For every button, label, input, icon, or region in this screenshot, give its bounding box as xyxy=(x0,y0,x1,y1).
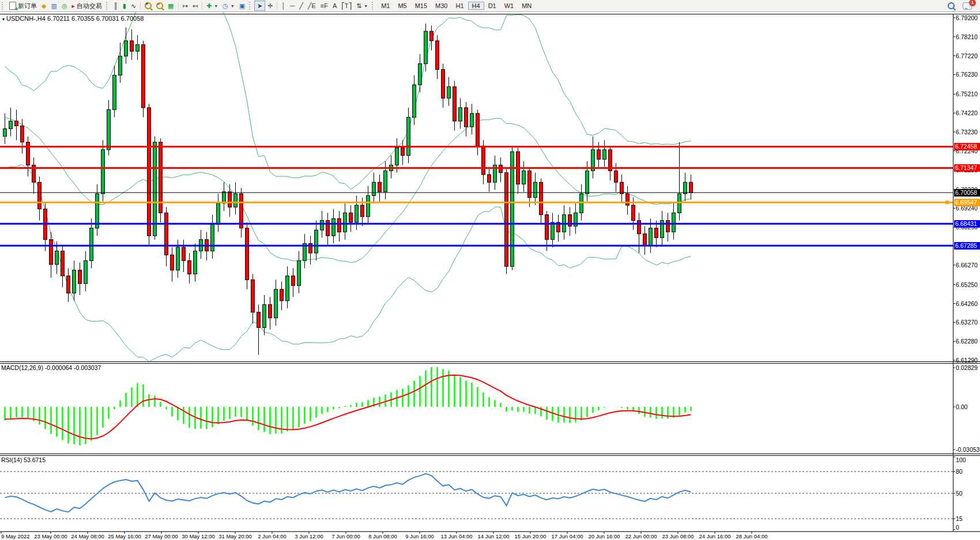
chart-plot-area[interactable] xyxy=(0,0,980,540)
price-axis-label: 6.65250 xyxy=(956,281,978,288)
candle-up xyxy=(217,203,220,224)
toolbar-grip[interactable] xyxy=(372,2,375,10)
chart-shift-button[interactable]: ↤ xyxy=(190,1,200,11)
rsi-scale-label: 80 xyxy=(956,468,963,475)
channel-button[interactable]: ╱E xyxy=(306,1,318,11)
timeframe-button-m5[interactable]: M5 xyxy=(394,2,410,10)
timeframe-button-d1[interactable]: D1 xyxy=(484,2,500,10)
candle-up xyxy=(263,305,266,328)
chart-menu-icon[interactable]: ▾ xyxy=(2,17,5,22)
candle-up xyxy=(211,224,214,251)
indicators-button[interactable]: ✚▼ xyxy=(204,1,220,11)
toolbar-grip[interactable] xyxy=(106,2,110,10)
candle-down xyxy=(540,182,543,214)
hline-button[interactable]: ─ xyxy=(288,1,297,11)
horizontal-line-icon: ─ xyxy=(290,3,295,9)
templates-icon: ▣ xyxy=(239,3,245,9)
candle-down xyxy=(476,114,480,146)
candle-up xyxy=(55,251,59,265)
chart-title: ▾ USDCNH-,H4 6.70211 6.70355 6.70031 6.7… xyxy=(2,15,144,22)
timeframe-button-mn[interactable]: MN xyxy=(518,2,536,10)
crosshair-button[interactable]: ✛ xyxy=(265,1,275,11)
eraser-button[interactable]: ◆ xyxy=(39,1,48,11)
zoom-out-button[interactable]: − xyxy=(154,1,165,11)
rsi-scale-label: 100 xyxy=(956,456,966,463)
candle-down xyxy=(78,270,82,284)
arrows-button[interactable]: ⇅▼ xyxy=(354,1,370,11)
candle-up xyxy=(407,117,410,155)
zoom-in-button[interactable]: + xyxy=(142,1,154,11)
candle-down xyxy=(61,251,65,276)
trendline-button[interactable]: ╱ xyxy=(297,1,306,11)
new-order-button[interactable]: 新订单 xyxy=(7,1,39,11)
text-button[interactable]: A xyxy=(330,1,339,11)
chart-shift-icon: ↤ xyxy=(193,3,198,9)
price-axis-label: 6.76230 xyxy=(956,71,978,78)
price-axis-label: 6.75210 xyxy=(956,90,978,97)
charts-window-button[interactable]: ▥ xyxy=(48,1,59,11)
timeframe-button-m15[interactable]: M15 xyxy=(411,2,431,10)
clock-icon: ◷ xyxy=(223,3,228,9)
rsi-scale-label: 0 xyxy=(956,524,959,531)
timeframe-button-w1[interactable]: W1 xyxy=(500,2,518,10)
autotrading-button[interactable]: ▸ 自动交易 xyxy=(69,1,104,11)
price-axis-label: 6.62280 xyxy=(956,338,978,345)
candle-up xyxy=(580,194,583,213)
autoscroll-button[interactable]: ↦ xyxy=(180,1,190,11)
mt4-terminal: 新订单 ◆ ▥ ◎ ▸ 自动交易 ║ ▮ ∿ + − ▦ ↦ ↤ ✚▼ ◷▼ ▣… xyxy=(0,0,980,540)
candle-up xyxy=(234,194,238,207)
candle-up xyxy=(678,194,681,213)
line-chart-button[interactable]: ∿ xyxy=(129,1,138,11)
time-axis-label: 7 Jun 00:00 xyxy=(331,533,360,539)
time-axis-label: 20 Jun 16:00 xyxy=(589,533,620,539)
toolbar-grip[interactable] xyxy=(249,2,252,10)
candle-down xyxy=(269,305,272,318)
tile-windows-button[interactable]: ▦ xyxy=(165,1,176,11)
chat-notification-icon[interactable]: 1 xyxy=(963,2,972,10)
candle-down xyxy=(257,312,261,328)
timeframe-button-h4[interactable]: H4 xyxy=(468,2,484,10)
text-label-button[interactable]: ⎡T⎤ xyxy=(339,1,354,11)
line-drag-handle[interactable] xyxy=(945,201,949,204)
vline-button[interactable]: │ xyxy=(279,1,288,11)
candle-down xyxy=(430,31,434,41)
candle-down xyxy=(251,280,255,312)
periods-button[interactable]: ◷▼ xyxy=(220,1,237,11)
time-axis-label: 23 May 00:00 xyxy=(34,533,67,539)
candle-down xyxy=(21,126,24,142)
search-icon[interactable] xyxy=(948,2,955,9)
candle-down xyxy=(482,146,485,175)
time-axis-label: 2 Jun 04:00 xyxy=(258,533,287,539)
candle-up xyxy=(384,171,387,191)
fibonacci-icon: ≡F xyxy=(321,3,328,9)
candle-chart-button[interactable]: ▮ xyxy=(120,1,129,11)
time-axis-label: 8 Jun 08:00 xyxy=(368,533,397,539)
charts-window-icon: ▥ xyxy=(51,3,56,9)
candle-up xyxy=(136,44,140,51)
price-badge: 6.71347 xyxy=(954,164,980,172)
timeframe-button-h1[interactable]: H1 xyxy=(452,2,468,10)
candle-up xyxy=(470,114,474,127)
price-badge: 6.67285 xyxy=(954,242,980,250)
notification-count-badge: 1 xyxy=(969,0,976,6)
candle-down xyxy=(27,142,30,165)
timeframe-button-m30[interactable]: M30 xyxy=(431,2,451,10)
bar-chart-button[interactable]: ║ xyxy=(111,1,120,11)
timeframe-button-m1[interactable]: M1 xyxy=(377,2,394,10)
templates-button[interactable]: ▣ xyxy=(237,1,247,11)
trendline-icon: ╱ xyxy=(299,3,303,9)
autotrading-label: 自动交易 xyxy=(77,2,102,10)
candle-up xyxy=(586,171,589,194)
fibonacci-button[interactable]: ≡F xyxy=(318,1,330,11)
arrows-icon: ⇅ xyxy=(356,3,361,9)
candle-down xyxy=(615,171,618,182)
candle-down xyxy=(349,213,353,222)
sound-button[interactable]: ◎ xyxy=(59,1,70,11)
cursor-button[interactable]: ➤ xyxy=(254,1,265,11)
candle-up xyxy=(459,108,462,121)
toolbar-grip[interactable] xyxy=(2,2,5,10)
candle-down xyxy=(597,150,601,160)
candle-up xyxy=(73,270,76,293)
rsi-scale-label: 50 xyxy=(956,490,963,497)
time-axis-label: 25 May 16:00 xyxy=(108,533,141,539)
